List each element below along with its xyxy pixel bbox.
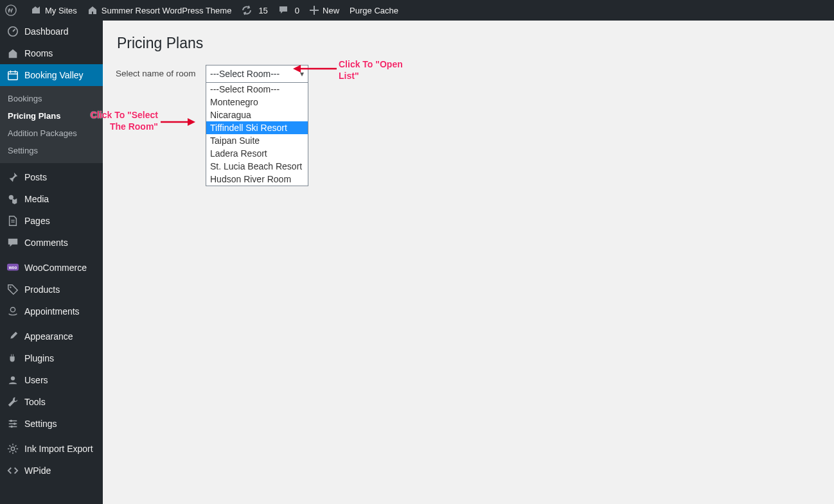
new-content[interactable]: New [305,0,344,21]
adminbar: My Sites Summer Resort WordPress Theme 1… [0,0,834,21]
menu-booking-valley[interactable]: Booking Valley [0,64,103,86]
svg-text:woo: woo [8,265,17,270]
brush-icon [6,331,19,342]
menu-users[interactable]: Users [0,369,103,391]
wordpress-icon [5,4,17,16]
svg-point-10 [13,422,16,425]
menu-rooms[interactable]: Rooms [0,42,103,64]
calendar-icon [6,69,19,81]
sites-icon [31,5,41,15]
menu-posts-label: Posts [24,172,47,182]
submenu-addition-packages[interactable]: Addition Packages [0,125,103,142]
svg-point-12 [11,447,14,450]
svg-marker-16 [188,118,195,126]
purge-cache-label: Purge Cache [350,6,398,15]
purge-cache[interactable]: Purge Cache [344,0,404,21]
comments-icon [6,237,19,248]
my-sites[interactable]: My Sites [26,0,82,21]
menu-media-label: Media [24,194,49,204]
menu-wpide-label: WPide [24,465,51,476]
wp-logo[interactable] [0,0,26,21]
svg-point-7 [10,308,15,312]
menu-tools-label: Tools [24,397,46,407]
menu-plugins-label: Plugins [24,353,54,363]
room-option[interactable]: Hudson River Room [206,173,308,186]
svg-point-0 [6,5,16,15]
submenu-settings[interactable]: Settings [0,142,103,159]
room-select-label: Select name of room [116,65,206,78]
comments-count: 0 [295,6,299,15]
comments[interactable]: 0 [273,0,305,21]
menu-dashboard[interactable]: Dashboard [0,21,103,42]
menu-settings[interactable]: Settings [0,413,103,435]
menu-pages-label: Pages [24,216,50,226]
menu-posts[interactable]: Posts [0,166,103,188]
menu-ink-import-export-label: Ink Import Export [24,444,93,454]
room-select[interactable]: ---Select Room--- [206,65,308,83]
menu-appearance-label: Appearance [24,331,73,342]
menu-pages[interactable]: Pages [0,210,103,232]
submenu-pricing-plans[interactable]: Pricing Plans [0,107,103,125]
menu-comments-label: Comments [24,238,68,248]
menu-products-label: Products [24,284,60,295]
pages-icon [6,215,19,227]
room-select-row: Select name of room ---Select Room--- --… [116,65,821,83]
booking-valley-submenu: Bookings Pricing Plans Addition Packages… [0,86,103,163]
updates[interactable]: 15 [236,0,272,21]
room-select-options: ---Select Room---MontenegroNicaraguaTiff… [206,83,308,186]
page-title: Pricing Plans [117,35,821,52]
menu-settings-label: Settings [24,419,57,429]
appointments-icon [6,306,19,317]
rooms-icon [6,48,19,59]
submenu-bookings[interactable]: Bookings [0,90,103,107]
menu-media[interactable]: Media [0,188,103,210]
pin-icon [6,171,19,183]
menu-comments[interactable]: Comments [0,232,103,254]
menu-ink-import-export[interactable]: Ink Import Export [0,438,103,460]
room-option[interactable]: ---Select Room--- [206,83,308,96]
menu-woocommerce-label: WooCommerce [24,263,87,273]
room-option[interactable]: Ladera Resort [206,147,308,160]
menu-appointments-label: Appointments [24,306,80,317]
wrench-icon [6,396,19,408]
code-icon [6,465,19,476]
content-area: Pricing Plans Select name of room ---Sel… [103,21,834,504]
site-name[interactable]: Summer Resort WordPress Theme [82,0,237,21]
site-name-label: Summer Resort WordPress Theme [102,6,232,15]
svg-rect-2 [8,72,17,80]
woocommerce-icon: woo [6,263,19,272]
menu-appointments[interactable]: Appointments [0,300,103,322]
svg-point-6 [10,286,11,288]
my-sites-label: My Sites [45,6,77,15]
menu-products[interactable]: Products [0,279,103,300]
comment-icon [278,5,288,15]
room-option[interactable]: Tiffindell Ski Resort [206,121,308,134]
products-icon [6,284,19,295]
svg-point-11 [10,426,13,428]
home-icon [87,5,98,15]
menu-dashboard-label: Dashboard [24,26,69,37]
menu-woocommerce[interactable]: woo WooCommerce [0,257,103,279]
room-option[interactable]: Taipan Suite [206,134,308,147]
svg-point-9 [10,420,13,422]
menu-booking-valley-label: Booking Valley [24,70,84,80]
gear-icon [6,443,19,455]
dashboard-icon [6,26,19,37]
menu-appearance[interactable]: Appearance [0,326,103,347]
media-icon [6,193,19,205]
new-label: New [323,6,339,15]
menu-rooms-label: Rooms [24,48,53,58]
room-option[interactable]: St. Lucia Beach Resort [206,160,308,173]
sliders-icon [6,418,19,430]
updates-count: 15 [258,6,267,15]
arrow-select-room-icon [161,117,195,126]
room-option[interactable]: Nicaragua [206,109,308,121]
users-icon [6,374,19,386]
menu-plugins[interactable]: Plugins [0,347,103,369]
svg-point-8 [11,376,15,380]
plug-icon [6,352,19,364]
room-option[interactable]: Montenegro [206,96,308,109]
plus-icon [310,6,319,15]
menu-wpide[interactable]: WPide [0,460,103,482]
menu-tools[interactable]: Tools [0,391,103,413]
